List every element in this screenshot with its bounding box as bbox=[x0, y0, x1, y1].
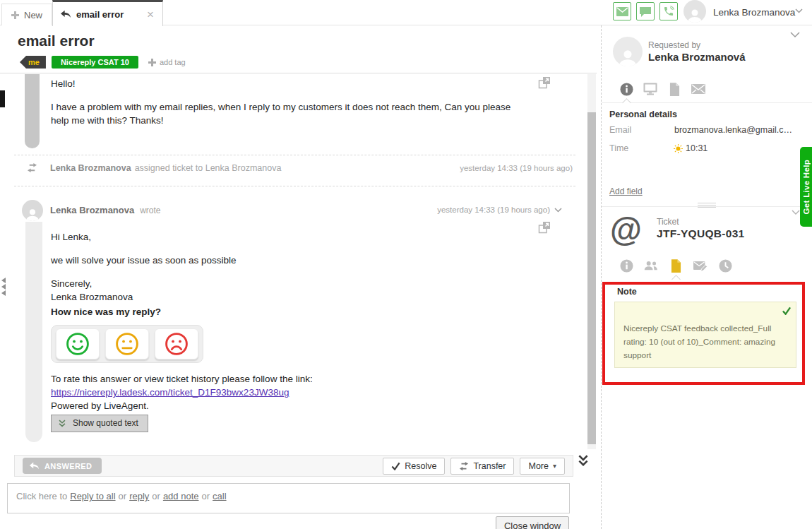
document-icon bbox=[669, 83, 680, 96]
reply-icon bbox=[29, 461, 40, 470]
info-icon bbox=[620, 83, 633, 96]
note-document-icon bbox=[671, 259, 681, 273]
collapse-ticket-icon[interactable] bbox=[792, 210, 800, 215]
reply-prefix: Click here to bbox=[16, 491, 67, 501]
check-icon bbox=[391, 462, 400, 470]
message-body: I have a problem with my email replies, … bbox=[51, 101, 517, 128]
collapse-panel-icon[interactable] bbox=[1, 277, 6, 297]
tag-me[interactable]: me bbox=[20, 56, 46, 69]
call-link[interactable]: call bbox=[213, 491, 227, 501]
add-field-link[interactable]: Add field bbox=[609, 186, 643, 196]
message-timestamp[interactable]: yesterday 14:33 (19 hours ago) bbox=[431, 206, 562, 214]
status-badge: ANSWERED bbox=[23, 458, 102, 474]
tab-new-label: New bbox=[24, 10, 42, 20]
status-label: ANSWERED bbox=[44, 462, 92, 470]
show-quoted-text-button[interactable]: Show quoted text bbox=[51, 415, 148, 432]
rating-good-button[interactable] bbox=[56, 328, 100, 359]
action-bar: ANSWERED Resolve Transfer More ▾ bbox=[14, 455, 573, 477]
transfer-button[interactable]: Transfer bbox=[450, 458, 514, 475]
collapse-requester-icon[interactable] bbox=[790, 32, 800, 38]
note-field[interactable]: Nicereply CSAT feedback collected_Full r… bbox=[614, 302, 796, 368]
clock-icon bbox=[719, 259, 732, 273]
topbar: New email error × Lenka Brozmanova bbox=[0, 0, 812, 25]
reply-input[interactable]: Click here toReply to allorreplyoradd no… bbox=[7, 483, 570, 513]
tab-email-error[interactable]: email error × bbox=[52, 0, 163, 26]
phone-icon bbox=[663, 6, 674, 17]
reply-to-all-link[interactable]: Reply to all bbox=[70, 491, 115, 501]
requested-by-label: Requested by bbox=[648, 40, 700, 50]
tab-requester-emails[interactable] bbox=[691, 82, 705, 96]
add-tag-label: add tag bbox=[160, 58, 186, 66]
open-message-icon[interactable] bbox=[538, 76, 551, 89]
happy-face-icon bbox=[65, 331, 90, 357]
wrote-label: wrote bbox=[140, 206, 160, 215]
agent-avatar bbox=[22, 200, 43, 221]
reply-icon bbox=[60, 9, 71, 19]
tag-nicereply-csat[interactable]: Nicereply CSAT 10 bbox=[52, 56, 138, 69]
show-quoted-label: Show quoted text bbox=[73, 418, 138, 428]
message-greeting: Hello! bbox=[51, 78, 517, 91]
note-text: Nicereply CSAT feedback collected_Full r… bbox=[623, 322, 790, 362]
thread-divider bbox=[0, 73, 597, 73]
page-title: email error bbox=[18, 32, 95, 49]
envelope-pencil-icon bbox=[693, 260, 707, 271]
tab-requester-tickets[interactable] bbox=[667, 82, 681, 96]
rating-bad-button[interactable] bbox=[155, 328, 198, 359]
tab-ticket-info[interactable] bbox=[619, 258, 633, 273]
get-live-help-tab[interactable]: Get Live Help bbox=[800, 147, 812, 227]
nicereply-link[interactable]: https://nicereply.ladesk.com/ticket_D1F9… bbox=[51, 387, 289, 398]
close-tab-icon[interactable]: × bbox=[145, 8, 155, 20]
reply-signoff: Sincerely, bbox=[51, 278, 489, 291]
scrollbar-thumb[interactable] bbox=[587, 112, 596, 444]
personal-details-title: Personal details bbox=[609, 109, 677, 119]
email-label: Email bbox=[609, 125, 631, 135]
tab-email-error-label: email error bbox=[76, 9, 124, 20]
person-icon bbox=[617, 47, 638, 66]
rating-neutral-button[interactable] bbox=[105, 328, 149, 359]
more-button[interactable]: More ▾ bbox=[520, 458, 565, 475]
caret-down-icon: ▾ bbox=[553, 462, 556, 470]
person-icon bbox=[25, 207, 40, 221]
tab-new[interactable]: New bbox=[1, 4, 52, 25]
monitor-icon bbox=[643, 83, 657, 95]
plus-icon bbox=[11, 11, 19, 19]
new-chat-button[interactable] bbox=[636, 2, 655, 20]
double-chevron-down-icon bbox=[58, 420, 66, 427]
dashed-divider bbox=[14, 186, 575, 186]
user-menu-chevron-icon[interactable] bbox=[795, 8, 803, 13]
envelope-icon bbox=[691, 84, 705, 94]
tab-ticket-history[interactable] bbox=[718, 258, 732, 273]
add-tag-button[interactable]: add tag bbox=[148, 58, 186, 66]
open-message-icon[interactable] bbox=[538, 221, 551, 234]
person-icon bbox=[686, 7, 703, 23]
collapse-thread-icon[interactable] bbox=[578, 454, 589, 467]
message-thread-bar bbox=[25, 74, 40, 148]
thread-scrollbar[interactable] bbox=[587, 74, 596, 449]
new-email-button[interactable] bbox=[613, 2, 631, 20]
email-value: brozmanova.lenka@gmail.c… bbox=[674, 125, 792, 135]
assign-icon bbox=[27, 162, 37, 173]
user-menu[interactable]: Lenka Brozmanova bbox=[713, 7, 795, 18]
resolve-button[interactable]: Resolve bbox=[383, 458, 445, 475]
tab-ticket-contacts[interactable] bbox=[644, 258, 658, 273]
sad-face-icon bbox=[164, 331, 189, 357]
add-note-link[interactable]: add note bbox=[163, 491, 199, 501]
ticket-label: Ticket bbox=[657, 217, 679, 227]
time-value: 10:31 bbox=[686, 143, 707, 153]
panel-resize-grip[interactable] bbox=[698, 203, 716, 208]
new-call-button[interactable] bbox=[659, 2, 678, 20]
tab-ticket-notes[interactable] bbox=[669, 258, 683, 273]
tab-ticket-compose[interactable] bbox=[693, 258, 707, 273]
tab-requester-info[interactable] bbox=[619, 82, 633, 96]
tab-requester-sessions[interactable] bbox=[643, 82, 657, 96]
user-avatar[interactable] bbox=[683, 0, 706, 23]
info-icon bbox=[620, 259, 633, 273]
sidebar-separator bbox=[601, 25, 602, 529]
chat-bubble-icon bbox=[640, 6, 651, 17]
liveagent-app: New email error × Lenka Brozmanova email… bbox=[0, 0, 812, 529]
active-tab-notch bbox=[622, 98, 631, 107]
agent-reply: Hi Lenka, we will solve your issue as so… bbox=[51, 231, 489, 413]
tags-row: me Nicereply CSAT 10 add tag bbox=[20, 56, 186, 69]
close-window-button[interactable]: Close window bbox=[496, 516, 569, 529]
reply-link[interactable]: reply bbox=[129, 491, 149, 501]
